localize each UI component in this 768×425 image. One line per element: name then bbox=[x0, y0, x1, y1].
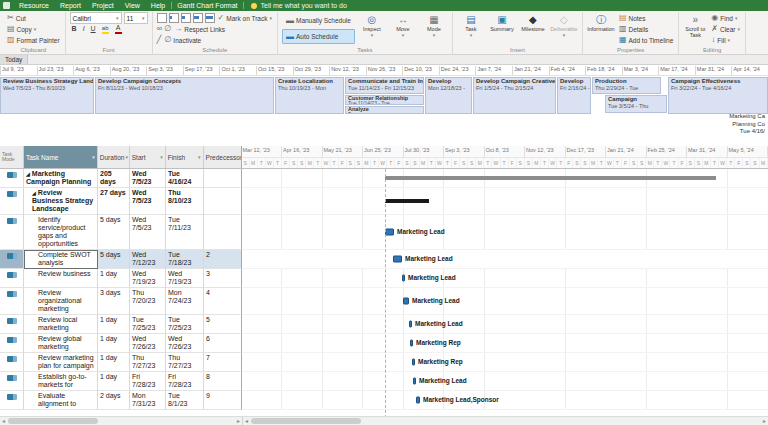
expand-collapse-icon[interactable]: ◢ bbox=[26, 171, 30, 177]
insert-milestone-button[interactable]: ◆Milestone bbox=[519, 13, 547, 45]
menu-report[interactable]: Report bbox=[55, 2, 86, 9]
percent-75-button[interactable] bbox=[193, 13, 203, 23]
start-cell[interactable]: Thu 7/20/23 bbox=[130, 288, 166, 315]
start-cell[interactable]: Thu 7/27/23 bbox=[130, 353, 166, 372]
finish-cell[interactable]: Tue 4/16/24 bbox=[166, 169, 204, 188]
auto-schedule-button[interactable]: ▬Auto Schedule bbox=[282, 29, 355, 44]
duration-cell[interactable]: 1 day bbox=[98, 372, 130, 391]
split-task-icon[interactable]: ╱ bbox=[157, 36, 162, 44]
gantt-row[interactable]: Marketing Lead bbox=[242, 288, 768, 315]
gantt-bar[interactable] bbox=[416, 397, 420, 404]
respect-links-button[interactable]: →Respect Links bbox=[173, 24, 226, 34]
gantt-bar[interactable] bbox=[402, 275, 405, 282]
move-button[interactable]: ↔Move▾ bbox=[389, 13, 417, 45]
timeline-bar[interactable]: Communicate and Train InternalTue 11/14/… bbox=[345, 77, 424, 94]
scroll-right-icon[interactable]: ► bbox=[235, 417, 242, 425]
start-cell[interactable]: Wed 7/12/23 bbox=[130, 250, 166, 269]
task-name-cell[interactable]: Complete SWOT analysis bbox=[24, 250, 98, 269]
underline-button[interactable]: U bbox=[89, 25, 98, 33]
task-mode-cell[interactable] bbox=[0, 391, 24, 410]
timeline-bar[interactable]: AnalyzeTue bbox=[345, 106, 424, 114]
duration-cell[interactable]: 1 day bbox=[98, 315, 130, 334]
predecessors-cell[interactable] bbox=[204, 169, 242, 188]
duration-cell[interactable]: 3 days bbox=[98, 288, 130, 315]
predecessors-column-header[interactable]: Predecessors▾ bbox=[204, 146, 242, 168]
task-name-cell[interactable]: Review organizational marketing bbox=[24, 288, 98, 315]
predecessors-cell[interactable]: 4 bbox=[204, 288, 242, 315]
gantt-row[interactable]: Marketing Lead,Sponsor bbox=[242, 391, 768, 410]
gantt-bar[interactable] bbox=[412, 359, 415, 366]
gantt-bar[interactable] bbox=[409, 321, 412, 328]
bold-button[interactable]: B bbox=[70, 25, 79, 33]
expand-collapse-icon[interactable]: ◢ bbox=[32, 190, 36, 196]
insert-summary-button[interactable]: ▣Summary bbox=[488, 13, 516, 45]
notes-button[interactable]: ▤Notes bbox=[618, 13, 674, 23]
predecessors-cell[interactable]: 5 bbox=[204, 315, 242, 334]
duration-cell[interactable]: 27 days bbox=[98, 188, 130, 215]
task-mode-cell[interactable] bbox=[0, 215, 24, 250]
finish-cell[interactable]: Thu 7/27/23 bbox=[166, 353, 204, 372]
scroll-left-icon[interactable]: ◄ bbox=[0, 417, 7, 425]
tell-me-box[interactable]: Tell me what you want to do bbox=[261, 2, 347, 9]
task-name-cell[interactable]: Review marketing plan for campaign bbox=[24, 353, 98, 372]
task-name-cell[interactable]: Establish go-to-markets for bbox=[24, 372, 98, 391]
gantt-bar[interactable] bbox=[385, 229, 394, 236]
table-hscrollbar[interactable]: ◄ ► bbox=[0, 417, 243, 425]
gantt-bar[interactable] bbox=[410, 340, 413, 347]
task-name-cell[interactable]: Evaluate alignment to bbox=[24, 391, 98, 410]
predecessors-cell[interactable] bbox=[204, 215, 242, 250]
filter-arrow-icon[interactable]: ▾ bbox=[92, 154, 95, 160]
gantt-row[interactable]: Marketing Lead bbox=[242, 315, 768, 334]
menu-help[interactable]: Help bbox=[146, 2, 170, 9]
font-size-select[interactable]: 11▾ bbox=[124, 12, 148, 24]
gantt-row[interactable] bbox=[242, 188, 768, 215]
unlink-tasks-icon[interactable]: ∅ bbox=[164, 25, 171, 33]
duration-cell[interactable]: 1 day bbox=[98, 353, 130, 372]
task-mode-cell[interactable] bbox=[0, 372, 24, 391]
menu-resource[interactable]: Resource bbox=[14, 2, 54, 9]
percent-0-button[interactable] bbox=[157, 13, 167, 23]
manually-schedule-button[interactable]: ▬Manually Schedule bbox=[282, 13, 355, 28]
gantt-bar[interactable] bbox=[403, 298, 409, 305]
percent-100-button[interactable] bbox=[205, 13, 215, 23]
duration-cell[interactable]: 5 days bbox=[98, 250, 130, 269]
cut-button[interactable]: ✂Cut bbox=[6, 13, 61, 23]
gantt-row[interactable]: Marketing Lead bbox=[242, 250, 768, 269]
menu-view[interactable]: View bbox=[120, 2, 145, 9]
fill-button[interactable]: ↓Fill▾ bbox=[710, 35, 741, 45]
mode-button[interactable]: ▦Mode▾ bbox=[420, 13, 448, 45]
timeline-bar[interactable]: CampaignTue 3/5/24 - Thu bbox=[605, 95, 667, 113]
timeline-pane[interactable]: Jul 9, '23Jul 23, '23Aug 6, '23Aug 20, '… bbox=[0, 65, 768, 150]
start-cell[interactable]: Wed 7/26/23 bbox=[130, 334, 166, 353]
duration-cell[interactable]: 205 days bbox=[98, 169, 130, 188]
predecessors-cell[interactable]: 7 bbox=[204, 353, 242, 372]
task-mode-cell[interactable] bbox=[0, 250, 24, 269]
font-color-button[interactable]: A bbox=[113, 24, 124, 34]
percent-25-button[interactable] bbox=[169, 13, 179, 23]
gantt-row[interactable]: Marketing Lead bbox=[242, 215, 768, 250]
duration-column-header[interactable]: Duration▾ bbox=[98, 146, 130, 168]
predecessors-cell[interactable]: 3 bbox=[204, 269, 242, 288]
finish-cell[interactable]: Fri 7/28/23 bbox=[166, 372, 204, 391]
mark-on-track-button[interactable]: ✓Mark on Track▾ bbox=[217, 13, 273, 23]
format-painter-button[interactable]: ▨Format Painter bbox=[6, 35, 61, 45]
add-to-timeline-button[interactable]: ▦Add to Timeline bbox=[618, 35, 674, 45]
task-name-cell[interactable]: Review local marketing bbox=[24, 315, 98, 334]
gantt-hscroll-thumb[interactable] bbox=[251, 418, 361, 424]
finish-cell[interactable]: Wed 7/26/23 bbox=[166, 334, 204, 353]
insert-deliverable-button[interactable]: ◇Deliverable▾ bbox=[550, 13, 578, 45]
task-mode-cell[interactable] bbox=[0, 269, 24, 288]
gantt-row[interactable]: Marketing Lead bbox=[242, 269, 768, 288]
percent-50-button[interactable] bbox=[181, 13, 191, 23]
timeline-bar[interactable]: Review Business Strategy LandscapeWed 7/… bbox=[0, 77, 94, 114]
task-mode-cell[interactable] bbox=[0, 334, 24, 353]
gantt-bar[interactable] bbox=[385, 199, 429, 203]
task-name-cell[interactable]: ◢Marketing Campaign Planning bbox=[24, 169, 98, 188]
timeline-bar[interactable]: Customer RelationshipTue 11/14/23 - Tue bbox=[345, 95, 424, 105]
menu-project[interactable]: Project bbox=[87, 2, 119, 9]
start-cell[interactable]: Wed 7/5/23 bbox=[130, 215, 166, 250]
today-button[interactable]: Today bbox=[0, 55, 28, 64]
timeline-bar[interactable]: Campaign EffectivenessFri 3/22/24 - Tue … bbox=[668, 77, 768, 114]
predecessors-cell[interactable]: 2 bbox=[204, 250, 242, 269]
timeline-bar[interactable]: Develop Campaign Creative and TestingFri… bbox=[473, 77, 556, 114]
